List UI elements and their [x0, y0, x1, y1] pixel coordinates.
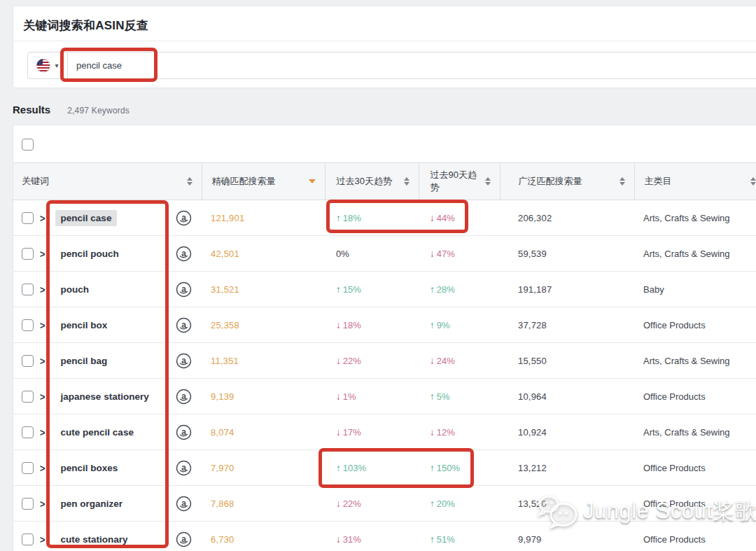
row-checkbox[interactable]	[22, 212, 34, 224]
keyword-text[interactable]: japanese stationery	[55, 389, 155, 405]
keyword-text[interactable]: pen organizer	[55, 496, 129, 512]
trend-30d: 0%	[325, 236, 419, 272]
keyword-text[interactable]: pouch	[55, 281, 95, 298]
column-header-trend-30d[interactable]: 过去30天趋势	[325, 163, 419, 200]
trend-up-arrow-icon: ↑	[430, 320, 435, 330]
exact-match-volume: 7,970	[202, 450, 325, 486]
amazon-link-icon[interactable]: a	[176, 353, 192, 369]
trend-value: 0%	[336, 249, 349, 259]
amazon-link-icon[interactable]: a	[176, 389, 192, 405]
column-header-keyword[interactable]: 关键词	[13, 163, 202, 200]
table-row: > pencil boxes a 7,970 ↑103% ↑150% 13,21…	[13, 450, 756, 486]
keywords-table: 关键词 精确匹配搜索量 过去30天趋势 过去90天趋势 广泛匹配搜索量	[13, 162, 756, 551]
column-header-trend-90d[interactable]: 过去90天趋势	[419, 163, 500, 200]
results-bar: Results 2,497 Keywords	[13, 104, 130, 116]
sort-icon[interactable]	[187, 174, 192, 188]
column-label: 过去90天趋势	[430, 169, 477, 193]
trend-value: 12%	[437, 427, 455, 438]
column-label: 关键词	[22, 176, 49, 186]
sort-desc-icon[interactable]	[309, 176, 316, 187]
trend-30d: ↓18%	[325, 307, 419, 343]
trend-30d: ↓1%	[325, 379, 419, 414]
trend-value: 18%	[343, 213, 361, 223]
broad-match-volume: 59,539	[500, 236, 634, 272]
row-checkbox[interactable]	[22, 498, 34, 510]
marketplace-select[interactable]: ▾	[28, 53, 68, 78]
trend-30d: ↑103%	[325, 450, 419, 486]
keyword-text[interactable]: pencil bag	[55, 353, 113, 369]
amazon-link-icon[interactable]: a	[176, 460, 192, 476]
trend-90d: ↓24%	[419, 343, 500, 379]
table-row: > pencil bag a 11,351 ↓22% ↓24% 15,550 A…	[13, 343, 756, 379]
column-header-exact-volume[interactable]: 精确匹配搜索量	[202, 163, 325, 200]
select-all-checkbox[interactable]	[22, 139, 34, 151]
trend-value: 22%	[343, 498, 361, 509]
trend-value: 1%	[343, 391, 356, 402]
amazon-link-icon[interactable]: a	[176, 531, 192, 547]
trend-value: 51%	[437, 534, 455, 545]
keyword-search-card: 关键词搜索和ASIN反查 ▾	[13, 6, 756, 88]
row-checkbox[interactable]	[22, 319, 34, 331]
trend-90d: ↑20%	[419, 486, 500, 522]
expand-chevron-icon[interactable]: >	[40, 354, 46, 366]
expand-chevron-icon[interactable]: >	[40, 426, 46, 438]
row-checkbox[interactable]	[22, 248, 34, 260]
trend-90d: ↓47%	[419, 236, 500, 272]
trend-down-arrow-icon: ↓	[336, 534, 341, 545]
row-checkbox[interactable]	[22, 462, 34, 474]
amazon-link-icon[interactable]: a	[176, 496, 192, 512]
table-header-row: 关键词 精确匹配搜索量 过去30天趋势 过去90天趋势 广泛匹配搜索量	[13, 163, 756, 200]
row-checkbox[interactable]	[22, 391, 34, 403]
trend-30d: ↑18%	[325, 200, 419, 236]
expand-chevron-icon[interactable]: >	[40, 319, 46, 330]
keyword-text[interactable]: cute stationary	[55, 531, 134, 547]
divider	[13, 41, 756, 41]
results-label: Results	[13, 104, 50, 116]
exact-match-volume: 8,074	[202, 414, 325, 450]
column-header-category[interactable]: 主类目	[634, 163, 756, 200]
trend-up-arrow-icon: ↑	[430, 391, 435, 402]
keyword-text[interactable]: pencil boxes	[55, 460, 124, 476]
row-checkbox[interactable]	[22, 533, 34, 545]
broad-match-volume: 15,550	[500, 343, 634, 379]
sort-icon[interactable]	[404, 174, 410, 188]
expand-chevron-icon[interactable]: >	[40, 211, 46, 223]
amazon-link-icon[interactable]: a	[176, 210, 192, 226]
expand-chevron-icon[interactable]: >	[40, 390, 46, 402]
expand-chevron-icon[interactable]: >	[40, 497, 46, 509]
expand-chevron-icon[interactable]: >	[40, 247, 46, 259]
column-label: 主类目	[645, 176, 672, 186]
keyword-text[interactable]: pencil box	[55, 317, 113, 333]
keyword-text[interactable]: cute pencil case	[55, 424, 139, 440]
sort-icon[interactable]	[485, 174, 491, 188]
table-row: > pen organizer a 7,868 ↓22% ↑20% 13,520…	[13, 486, 756, 522]
keyword-search-input[interactable]	[68, 53, 756, 78]
expand-chevron-icon[interactable]: >	[40, 461, 46, 473]
row-checkbox[interactable]	[22, 426, 34, 438]
keyword-text[interactable]: pencil case	[55, 210, 118, 226]
broad-match-volume: 13,212	[500, 450, 634, 486]
trend-value: 15%	[343, 284, 361, 295]
expand-chevron-icon[interactable]: >	[40, 533, 46, 545]
category: Office Products	[634, 522, 756, 551]
trend-up-arrow-icon: ↑	[430, 463, 435, 473]
keyword-text[interactable]: pencil pouch	[55, 246, 125, 262]
trend-30d: ↑15%	[325, 272, 419, 307]
trend-down-arrow-icon: ↓	[336, 427, 341, 438]
trend-up-arrow-icon: ↑	[430, 284, 435, 295]
row-checkbox[interactable]	[22, 284, 34, 295]
trend-30d: ↓22%	[325, 486, 419, 522]
amazon-link-icon[interactable]: a	[176, 317, 192, 333]
trend-90d: ↑5%	[419, 379, 500, 414]
broad-match-volume: 37,728	[500, 307, 634, 343]
sort-icon[interactable]	[750, 174, 756, 188]
row-checkbox[interactable]	[22, 355, 34, 367]
broad-match-volume: 9,979	[500, 522, 634, 551]
trend-down-arrow-icon: ↓	[430, 213, 435, 223]
column-header-broad-volume[interactable]: 广泛匹配搜索量	[500, 163, 634, 200]
expand-chevron-icon[interactable]: >	[40, 283, 46, 295]
amazon-link-icon[interactable]: a	[176, 281, 192, 298]
amazon-link-icon[interactable]: a	[176, 424, 192, 440]
sort-icon[interactable]	[620, 174, 625, 188]
amazon-link-icon[interactable]: a	[176, 246, 192, 262]
